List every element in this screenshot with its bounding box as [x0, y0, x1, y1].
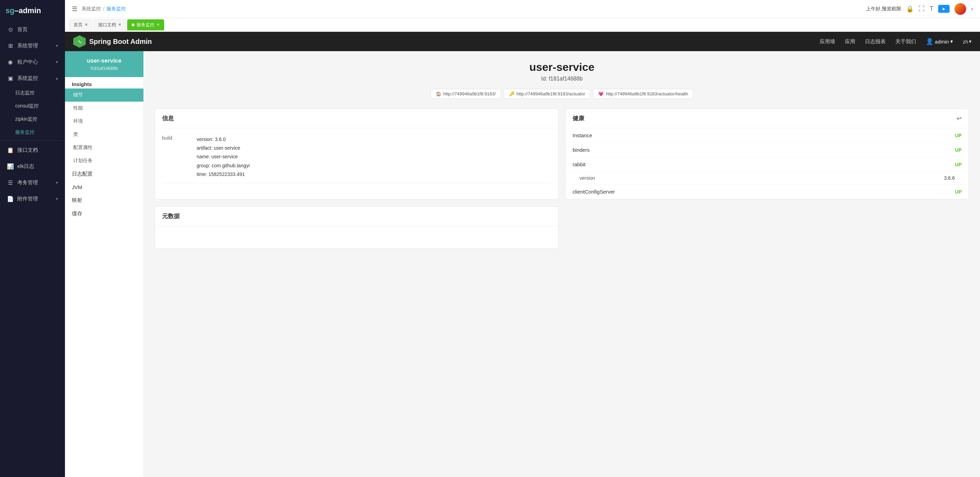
health-binders-row: binders UP — [566, 143, 969, 157]
sidebar2-item-performance[interactable]: 性能 — [65, 102, 143, 115]
home-url-chip[interactable]: 🏠 http://749946a9b1f8:9183/ — [431, 89, 501, 99]
breadcrumb-parent[interactable]: 系统监控 — [81, 6, 101, 12]
metadata-card-header: 元数据 — [155, 207, 558, 226]
exam-icon: ☰ — [7, 179, 14, 186]
tab-home[interactable]: 首页 ✕ — [69, 19, 92, 30]
sba-nav-about[interactable]: 关于我们 — [895, 38, 916, 45]
sidebar-item-home[interactable]: ⊙ 首页 — [0, 21, 65, 38]
sba-lang-selector[interactable]: zh ▾ — [963, 38, 972, 45]
menu-toggle-button[interactable]: ☰ — [72, 5, 77, 13]
sidebar-item-log-monitor[interactable]: 日志监控 — [0, 86, 65, 99]
sidebar2-item-environment[interactable]: 环境 — [65, 115, 143, 128]
chevron-down-icon: ▾ — [56, 60, 58, 64]
content-grid: 信息 build version: 3.6.0 artifact: user-s… — [155, 108, 969, 249]
sidebar2-item-details[interactable]: 细节 — [65, 88, 143, 102]
sidebar-item-service-monitor[interactable]: 服务监控 — [0, 126, 65, 139]
sidebar2-item-classes[interactable]: 类 — [65, 128, 143, 141]
sba-nav-app[interactable]: 应用 — [845, 38, 855, 45]
health-history-icon[interactable]: ↩ — [956, 115, 962, 122]
main-content: user-service Id: f181af14688b 🏠 http://7… — [144, 51, 980, 477]
tab-close-api[interactable]: ✕ — [118, 22, 121, 27]
health-card: 健康 ↩ Instance UP binders UP rabbit UP — [565, 108, 969, 199]
header-right: 上午好,预览权限 🔒 ⛶ T ► › — [866, 3, 973, 15]
tab-close-service[interactable]: ✕ — [156, 22, 160, 27]
metadata-card-body — [155, 226, 558, 248]
content-area: user-service f181af14688b Insights 细节 性能… — [65, 51, 980, 477]
left-sidebar: sg–admin ⊙ 首页 ⊞ 系统管理 ▾ ◉ 租户中心 ▾ ▣ 系统监控 ▴… — [0, 0, 65, 477]
top-header: ☰ 系统监控 / 服务监控 上午好,预览权限 🔒 ⛶ T ► › — [65, 0, 980, 18]
sidebar2-item-config-props[interactable]: 配置属性 — [65, 141, 143, 154]
health-rabbit-version-row: version 3.6.6 — [566, 172, 969, 185]
font-size-icon[interactable]: T — [929, 5, 933, 13]
service-header: user-service f181af14688b — [65, 51, 143, 77]
sba-logo-icon: ∿ — [73, 35, 86, 48]
tenant-icon: ◉ — [7, 59, 14, 65]
chevron-down-icon: ▾ — [56, 180, 58, 185]
system-mgmt-icon: ⊞ — [7, 43, 14, 49]
service-name: user-service — [70, 57, 138, 64]
sidebar2-log-config[interactable]: 日志配置 — [65, 167, 143, 181]
home-url-icon: 🏠 — [436, 91, 441, 96]
sidebar-item-elk-log[interactable]: 📊 elk日志 — [0, 158, 65, 175]
language-button[interactable]: ► — [938, 5, 950, 13]
sba-nav-log-report[interactable]: 日志报表 — [865, 38, 886, 45]
url-bar: 🏠 http://749946a9b1f8:9183/ 🔑 http://749… — [155, 89, 969, 99]
tab-api-doc[interactable]: 接口文档 ✕ — [94, 19, 126, 30]
sidebar2-cache[interactable]: 缓存 — [65, 207, 143, 220]
sidebar-item-interface-doc[interactable]: 📋 接口文档 — [0, 142, 65, 158]
metadata-card: 元数据 — [155, 206, 558, 249]
sba-title: Spring Boot Admin — [89, 38, 152, 46]
chevron-up-icon: ▴ — [56, 76, 58, 81]
sba-logo: ∿ Spring Boot Admin — [73, 35, 152, 48]
service-id-label: Id: f181af14688b — [155, 76, 969, 82]
info-card-body: build version: 3.6.0 artifact: user-serv… — [155, 128, 558, 194]
chevron-down-icon: ▾ — [56, 43, 58, 48]
lock-icon[interactable]: 🔒 — [906, 5, 914, 13]
elk-icon: 📊 — [7, 163, 14, 170]
sidebar2-mapping[interactable]: 映射 — [65, 193, 143, 207]
doc-icon: 📋 — [7, 147, 14, 153]
sidebar-item-sys-monitor[interactable]: ▣ 系统监控 ▴ — [0, 70, 65, 86]
chevron-down-icon: ▾ — [56, 197, 58, 201]
sidebar-item-exam-mgmt[interactable]: ☰ 考务管理 ▾ — [0, 175, 65, 191]
build-key: build — [162, 135, 190, 179]
sidebar2-item-scheduled-tasks[interactable]: 计划任务 — [65, 154, 143, 167]
tab-service-monitor[interactable]: 服务监控 ✕ — [127, 19, 164, 30]
sidebar-item-tenant[interactable]: ◉ 租户中心 ▾ — [0, 54, 65, 70]
sidebar-item-system-mgmt[interactable]: ⊞ 系统管理 ▾ — [0, 38, 65, 54]
sba-user-menu[interactable]: 👤 admin ▾ — [926, 38, 953, 45]
sidebar-item-zipkin[interactable]: zipkin监控 — [0, 113, 65, 126]
build-info-row: build version: 3.6.0 artifact: user-serv… — [162, 135, 551, 179]
tab-bar: 首页 ✕ 接口文档 ✕ 服务监控 ✕ — [65, 18, 980, 32]
health-instance-row: Instance UP — [566, 128, 969, 143]
sidebar-item-attach-mgmt[interactable]: 📄 附件管理 ▾ — [0, 191, 65, 207]
main-area: ☰ 系统监控 / 服务监控 上午好,预览权限 🔒 ⛶ T ► › 首页 ✕ 接口… — [65, 0, 980, 477]
health-card-header: 健康 ↩ — [566, 109, 969, 128]
greeting-text: 上午好,预览权限 — [866, 6, 901, 12]
page-title: user-service — [155, 61, 969, 73]
sba-nav-appwall[interactable]: 应用墙 — [820, 38, 835, 45]
logo-text: sg–admin — [6, 6, 41, 15]
insights-section-label: Insights — [65, 77, 143, 88]
build-values: version: 3.6.0 artifact: user-service na… — [197, 135, 250, 179]
sba-nav: 应用墙 应用 日志报表 关于我们 👤 admin ▾ zh ▾ — [820, 38, 972, 45]
health-url-chip[interactable]: 💗 http://749946a9b1f8:9183/actuator/heal… — [593, 89, 693, 99]
fullscreen-icon[interactable]: ⛶ — [918, 5, 925, 13]
service-instance-id: f181af14688b — [70, 66, 138, 71]
tab-active-dot — [132, 24, 134, 26]
sidebar-item-consul[interactable]: consul监控 — [0, 99, 65, 113]
tab-close-home[interactable]: ✕ — [85, 22, 88, 27]
expand-icon[interactable]: › — [971, 5, 973, 13]
info-divider — [162, 183, 551, 183]
metadata-content — [162, 233, 551, 241]
actuator-url-chip[interactable]: 🔑 http://749946a9b1f8:9183/actuator — [504, 89, 590, 99]
heart-icon: 💗 — [598, 91, 604, 96]
logo-area: sg–admin — [0, 0, 65, 21]
chevron-down-icon: ▾ — [969, 38, 972, 45]
info-card-header: 信息 — [155, 109, 558, 128]
user-circle-icon: 👤 — [926, 38, 933, 45]
key-icon: 🔑 — [509, 91, 514, 96]
avatar[interactable] — [955, 3, 966, 15]
home-icon: ⊙ — [7, 26, 14, 33]
sidebar2-jvm[interactable]: JVM — [65, 181, 143, 193]
